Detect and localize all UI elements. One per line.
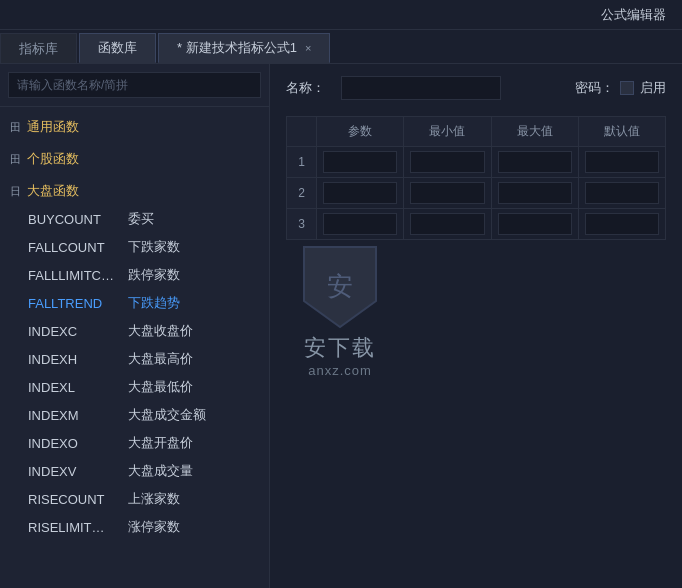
params-table: 参数 最小值 最大值 默认值 1 2 bbox=[286, 116, 666, 240]
item-name: 下跌家数 bbox=[128, 238, 180, 256]
col-max: 最大值 bbox=[491, 117, 578, 147]
name-label: 名称： bbox=[286, 79, 325, 97]
group-common-header[interactable]: 田 通用函数 bbox=[0, 113, 269, 141]
col-param: 参数 bbox=[317, 117, 404, 147]
param-input-3-min[interactable] bbox=[410, 213, 484, 235]
item-name: 跌停家数 bbox=[128, 266, 180, 284]
list-item[interactable]: BUYCOUNT 委买 bbox=[0, 205, 269, 233]
col-min: 最小值 bbox=[404, 117, 491, 147]
cell-max bbox=[491, 178, 578, 209]
list-item[interactable]: INDEXL 大盘最低价 bbox=[0, 373, 269, 401]
param-input-3-default[interactable] bbox=[585, 213, 659, 235]
tab-new-formula[interactable]: * 新建技术指标公式1 × bbox=[158, 33, 330, 63]
tab-new-formula-label: * 新建技术指标公式1 bbox=[177, 39, 297, 57]
list-item[interactable]: FALLCOUNT 下跌家数 bbox=[0, 233, 269, 261]
table-row: 3 bbox=[287, 209, 666, 240]
cell-default bbox=[578, 178, 665, 209]
search-box bbox=[0, 64, 269, 107]
list-item[interactable]: INDEXO 大盘开盘价 bbox=[0, 429, 269, 457]
cell-max bbox=[491, 147, 578, 178]
row-index: 2 bbox=[287, 178, 317, 209]
row-index: 1 bbox=[287, 147, 317, 178]
right-panel: 名称： 密码： 启用 参数 最小值 最大值 默认值 1 bbox=[270, 64, 682, 588]
param-input-1-max[interactable] bbox=[498, 151, 572, 173]
list-item[interactable]: RISELIMIT… 涨停家数 bbox=[0, 513, 269, 541]
toggle-stock-icon: 田 bbox=[10, 152, 21, 167]
param-input-2-min[interactable] bbox=[410, 182, 484, 204]
cell-min bbox=[404, 147, 491, 178]
item-name: 委买 bbox=[128, 210, 154, 228]
tab-close-icon[interactable]: × bbox=[305, 42, 311, 54]
item-name: 大盘成交量 bbox=[128, 462, 193, 480]
cell-min bbox=[404, 209, 491, 240]
cell-param bbox=[317, 147, 404, 178]
list-item[interactable]: FALLLIMITC… 跌停家数 bbox=[0, 261, 269, 289]
list-item[interactable]: INDEXM 大盘成交金额 bbox=[0, 401, 269, 429]
list-item[interactable]: INDEXV 大盘成交量 bbox=[0, 457, 269, 485]
enable-label: 启用 bbox=[640, 79, 666, 97]
item-code: BUYCOUNT bbox=[28, 212, 128, 227]
list-item[interactable]: INDEXH 大盘最高价 bbox=[0, 345, 269, 373]
cell-param bbox=[317, 178, 404, 209]
table-row: 1 bbox=[287, 147, 666, 178]
item-code: INDEXH bbox=[28, 352, 128, 367]
tab-row: 指标库 函数库 * 新建技术指标公式1 × bbox=[0, 30, 682, 64]
main-layout: 田 通用函数 田 个股函数 日 大盘函数 BUYCOUNT bbox=[0, 64, 682, 588]
item-code: RISECOUNT bbox=[28, 492, 128, 507]
password-checkbox[interactable] bbox=[620, 81, 634, 95]
item-code: FALLTREND bbox=[28, 296, 128, 311]
cell-default bbox=[578, 147, 665, 178]
tab-functions-label: 函数库 bbox=[98, 39, 137, 57]
item-code: INDEXV bbox=[28, 464, 128, 479]
tree-container: 田 通用函数 田 个股函数 日 大盘函数 BUYCOUNT bbox=[0, 107, 269, 588]
toggle-market-icon: 日 bbox=[10, 184, 21, 199]
item-name: 大盘最低价 bbox=[128, 378, 193, 396]
param-input-2-max[interactable] bbox=[498, 182, 572, 204]
tab-indicators-label: 指标库 bbox=[19, 40, 58, 58]
group-market: 日 大盘函数 BUYCOUNT 委买 FALLCOUNT 下跌家数 FALLLI… bbox=[0, 175, 269, 543]
group-market-header[interactable]: 日 大盘函数 bbox=[0, 177, 269, 205]
cell-max bbox=[491, 209, 578, 240]
password-label: 密码： bbox=[575, 79, 614, 97]
list-item[interactable]: INDEXC 大盘收盘价 bbox=[0, 317, 269, 345]
item-code: INDEXL bbox=[28, 380, 128, 395]
group-stock-label: 个股函数 bbox=[27, 150, 79, 168]
item-name: 大盘收盘价 bbox=[128, 322, 193, 340]
item-name: 上涨家数 bbox=[128, 490, 180, 508]
item-name: 大盘最高价 bbox=[128, 350, 193, 368]
group-common: 田 通用函数 bbox=[0, 111, 269, 143]
name-input[interactable] bbox=[341, 76, 501, 100]
param-input-1-default[interactable] bbox=[585, 151, 659, 173]
app-title: 公式编辑器 bbox=[601, 6, 666, 24]
row-index: 3 bbox=[287, 209, 317, 240]
param-input-1-param[interactable] bbox=[323, 151, 397, 173]
group-stock-header[interactable]: 田 个股函数 bbox=[0, 145, 269, 173]
list-item-highlighted[interactable]: FALLTREND 下跌趋势 bbox=[0, 289, 269, 317]
col-default: 默认值 bbox=[578, 117, 665, 147]
title-bar: 公式编辑器 bbox=[0, 0, 682, 30]
tab-indicators[interactable]: 指标库 bbox=[0, 33, 77, 63]
item-name: 大盘成交金额 bbox=[128, 406, 206, 424]
item-code: INDEXC bbox=[28, 324, 128, 339]
param-input-1-min[interactable] bbox=[410, 151, 484, 173]
item-code: FALLLIMITC… bbox=[28, 268, 128, 283]
toggle-common-icon: 田 bbox=[10, 120, 21, 135]
item-code: INDEXO bbox=[28, 436, 128, 451]
table-row: 2 bbox=[287, 178, 666, 209]
search-input[interactable] bbox=[8, 72, 261, 98]
param-input-2-param[interactable] bbox=[323, 182, 397, 204]
param-input-2-default[interactable] bbox=[585, 182, 659, 204]
form-row-name: 名称： 密码： 启用 bbox=[286, 76, 666, 100]
param-input-3-max[interactable] bbox=[498, 213, 572, 235]
list-item[interactable]: RISECOUNT 上涨家数 bbox=[0, 485, 269, 513]
tab-functions[interactable]: 函数库 bbox=[79, 33, 156, 63]
pwd-row: 密码： 启用 bbox=[575, 79, 666, 97]
item-name: 下跌趋势 bbox=[128, 294, 180, 312]
cell-default bbox=[578, 209, 665, 240]
left-panel: 田 通用函数 田 个股函数 日 大盘函数 BUYCOUNT bbox=[0, 64, 270, 588]
param-input-3-param[interactable] bbox=[323, 213, 397, 235]
group-stock: 田 个股函数 bbox=[0, 143, 269, 175]
item-code: INDEXM bbox=[28, 408, 128, 423]
item-code: RISELIMIT… bbox=[28, 520, 128, 535]
item-name: 大盘开盘价 bbox=[128, 434, 193, 452]
